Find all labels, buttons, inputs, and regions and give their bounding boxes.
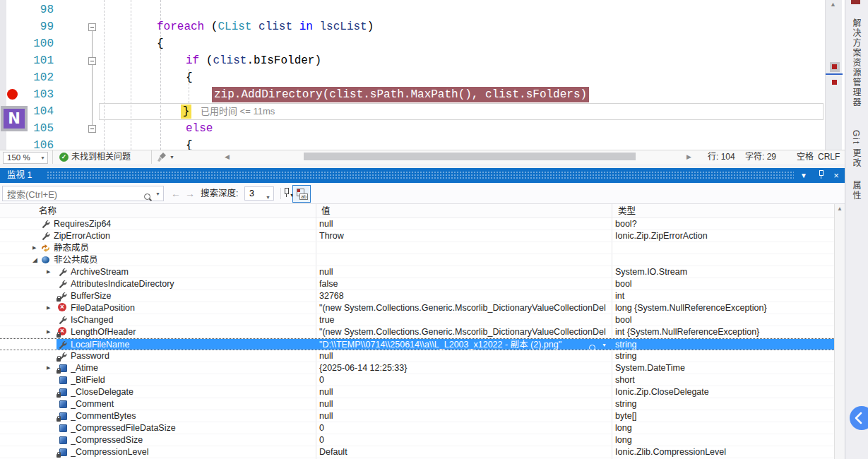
watch-row[interactable]: _CloseDelegatenullIonic.Zip.CloseDelegat… <box>0 386 834 398</box>
search-depth-select[interactable]: 3 ▼ <box>244 186 274 201</box>
watch-variable-type[interactable]: Ionic.Zlib.CompressionLevel <box>615 446 831 458</box>
watch-variable-value[interactable]: null <box>319 398 609 410</box>
watch-variable-type[interactable]: string <box>615 398 831 410</box>
watch-variable-type[interactable]: long <box>615 434 831 446</box>
health-message[interactable]: 未找到相关问题 <box>71 150 131 164</box>
watch-row[interactable]: _BitField0short <box>0 374 834 386</box>
sidebar-tab-git-changes[interactable]: Git 更改 <box>850 130 862 169</box>
watch-variable-value[interactable]: null <box>319 266 609 278</box>
watch-variable-type[interactable]: short <box>615 374 831 386</box>
watch-variable-name[interactable]: _CloseDelegate <box>71 386 311 398</box>
fold-collapse-button[interactable] <box>88 57 96 65</box>
watch-variable-name[interactable]: _CompressionLevel <box>71 446 311 458</box>
scroll-up-icon[interactable]: ▲ <box>837 205 843 212</box>
watch-variable-value[interactable]: true <box>319 314 609 326</box>
watch-variable-type[interactable]: bool <box>615 278 831 290</box>
scroll-up-icon[interactable]: ▲ <box>830 1 836 8</box>
watch-variable-name[interactable]: LocalFileName <box>71 339 311 350</box>
fold-collapse-button[interactable] <box>88 125 96 133</box>
zoom-level-select[interactable]: 150 % ▼ <box>3 152 48 164</box>
back-arrow-icon[interactable]: ← <box>171 186 181 201</box>
watch-variable-name[interactable]: Password <box>71 350 311 362</box>
watch-variable-value[interactable]: 0 <box>319 422 609 434</box>
search-box[interactable]: ▼ <box>2 186 164 201</box>
watch-variable-name[interactable]: _CommentBytes <box>71 410 311 422</box>
horizontal-scrollbar-thumb[interactable] <box>304 153 636 160</box>
watch-row[interactable]: _CompressionLevelDefaultIonic.Zlib.Compr… <box>0 446 834 458</box>
close-icon[interactable]: × <box>831 168 842 183</box>
scroll-left-icon[interactable]: ◀ <box>225 150 230 164</box>
watch-variable-type[interactable]: System.DateTime <box>615 362 831 374</box>
watch-variable-type[interactable]: string <box>615 339 831 350</box>
perf-tip[interactable]: 已用时间 <= 11ms <box>201 103 275 120</box>
watch-variable-value[interactable]: {2025-06-14 12:25:33} <box>319 362 609 374</box>
watch-vertical-scrollbar[interactable]: ▲ <box>834 204 845 459</box>
search-input[interactable] <box>6 187 143 201</box>
search-icon[interactable] <box>144 190 150 203</box>
column-header-name[interactable]: 名称 <box>39 205 57 217</box>
watch-row[interactable]: _CommentBytesnullbyte[] <box>0 410 834 422</box>
column-header-type[interactable]: 类型 <box>618 205 636 217</box>
watch-variable-value[interactable]: null <box>319 386 609 398</box>
watch-variable-value[interactable]: "(new System.Collections.Generic.Mscorli… <box>319 326 609 338</box>
status-line-number[interactable]: 行: 104 <box>708 150 735 164</box>
collapse-icon[interactable]: ◢ <box>32 254 37 266</box>
sidebar-tab-properties[interactable]: 属性 <box>850 181 862 201</box>
watch-variable-type[interactable]: long <box>615 422 831 434</box>
expand-icon[interactable]: ▶ <box>47 266 50 278</box>
watch-row[interactable]: BufferSize32768int <box>0 290 834 302</box>
watch-variable-type[interactable]: Ionic.Zip.CloseDelegate <box>615 386 831 398</box>
watch-variable-type[interactable]: int <box>615 290 831 302</box>
watch-variable-name[interactable]: _CompressedFileDataSize <box>71 422 311 434</box>
watch-variable-value[interactable]: 0 <box>319 374 609 386</box>
watch-row[interactable]: _CompressedSize0long <box>0 434 834 446</box>
sidebar-tab-solution-explorer[interactable]: 解决方案资源管理器 <box>850 18 862 107</box>
watch-variable-value[interactable]: Throw <box>319 230 609 242</box>
watch-variable-type[interactable]: int {System.NullReferenceException} <box>615 326 831 338</box>
forward-arrow-icon[interactable]: → <box>185 186 195 201</box>
watch-variable-value[interactable]: 0 <box>319 434 609 446</box>
editor-vertical-scrollbar[interactable]: ▲ <box>825 0 842 150</box>
watch-variable-name[interactable]: IsChanged <box>71 314 311 326</box>
watch-row[interactable]: ▶ArchiveStreamnullSystem.IO.Stream <box>0 266 834 278</box>
watch-variable-name[interactable]: _CompressedSize <box>71 434 311 446</box>
watch-row[interactable]: LocalFileName"D:\\TEMP\\0714\\250614\\a\… <box>0 338 834 350</box>
watch-row[interactable]: ▶×FileDataPosition"(new System.Collectio… <box>0 302 834 314</box>
watch-variable-type[interactable]: Ionic.Zip.ZipErrorAction <box>615 230 831 242</box>
chevron-down-icon[interactable]: ▼ <box>155 191 160 196</box>
watch-grid-header[interactable]: 名称 值 类型 <box>0 204 834 218</box>
expand-icon[interactable]: ▶ <box>32 242 36 254</box>
watch-row[interactable]: Passwordnullstring <box>0 350 834 362</box>
expand-icon[interactable]: ▶ <box>47 326 50 338</box>
code-cleanup-icon[interactable] <box>157 152 167 165</box>
watch-row[interactable]: _Commentnullstring <box>0 398 834 410</box>
watch-variable-type[interactable]: byte[] <box>615 410 831 422</box>
expand-icon[interactable]: ▶ <box>47 362 50 374</box>
breakpoint-icon[interactable] <box>7 89 18 100</box>
code-editor[interactable]: 9899foreach (CList clist in lscList)100{… <box>0 0 845 150</box>
watch-variable-type[interactable]: bool? <box>615 218 831 230</box>
watch-variable-value[interactable]: "(new System.Collections.Generic.Mscorli… <box>319 302 609 314</box>
expand-panel-button[interactable] <box>850 406 868 430</box>
watch-variable-name[interactable]: 静态成员 <box>54 242 311 254</box>
status-char-number[interactable]: 字符: 29 <box>745 150 776 164</box>
watch-variable-name[interactable]: ZipErrorAction <box>54 230 311 242</box>
code-line[interactable]: { <box>157 35 164 52</box>
watch-variable-name[interactable]: _BitField <box>71 374 311 386</box>
watch-row[interactable]: ▶_Atime{2025-06-14 12:25:33}System.DateT… <box>0 362 834 374</box>
chevron-down-icon[interactable]: ▼ <box>170 150 174 164</box>
watch-variable-value[interactable]: "D:\\TEMP\\0714\\250614\\a\\L_L2003_x120… <box>319 339 609 350</box>
code-line[interactable]: if (clist.bIsFolder) <box>186 52 321 69</box>
overlay-n-app-icon[interactable]: N <box>1 106 28 131</box>
visualizer-chevron-icon[interactable]: ▼ <box>602 340 607 351</box>
code-line[interactable]: { <box>186 137 193 150</box>
code-line[interactable]: foreach (CList clist in lscList) <box>157 18 374 35</box>
watch-variable-name[interactable]: _Atime <box>71 362 311 374</box>
format-toggle-button[interactable]: ab <box>292 185 311 203</box>
watch-row[interactable]: ▶静态成员 <box>0 242 834 254</box>
fold-collapse-button[interactable] <box>88 23 96 31</box>
watch-variable-value[interactable]: false <box>319 278 609 290</box>
column-header-value[interactable]: 值 <box>321 205 331 217</box>
scroll-right-icon[interactable]: ▶ <box>686 150 691 164</box>
watch-row[interactable]: ◢非公共成员 <box>0 254 834 266</box>
